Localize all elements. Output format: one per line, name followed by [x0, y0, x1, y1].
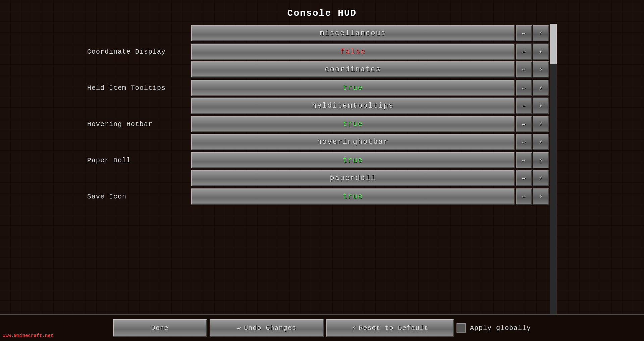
- setting-key-3[interactable]: hoveringhotbar: [191, 134, 515, 150]
- reset-icon-btn-val-3[interactable]: ⚡: [533, 116, 549, 132]
- setting-value-4[interactable]: true: [191, 152, 515, 168]
- watermark: www.9minecraft.net: [3, 333, 53, 338]
- undo-icon-btn-val-2[interactable]: ↩: [516, 80, 532, 96]
- undo-icon-btn-val-5[interactable]: ↩: [516, 188, 532, 205]
- undo-icon: ↩: [237, 324, 241, 332]
- setting-row-1: Coordinate Displayfalse ↩ ⚡: [87, 42, 549, 61]
- reset-icon: ⚡: [352, 324, 356, 332]
- setting-label-5: Save Icon: [87, 193, 191, 201]
- undo-icon-btn-val-1[interactable]: ↩: [516, 44, 532, 60]
- setting-label-1: Coordinate Display: [87, 48, 191, 56]
- undo-icon-btn-val-4[interactable]: ↩: [516, 152, 532, 168]
- reset-icon-btn-val-4[interactable]: ⚡: [533, 152, 549, 168]
- undo-button[interactable]: ↩ Undo Changes: [210, 319, 324, 337]
- undo-icon-btn-key-3[interactable]: ↩: [516, 134, 532, 150]
- setting-label-4: Paper Doll: [87, 157, 191, 164]
- reset-icon-btn-val-2[interactable]: ⚡: [533, 80, 549, 96]
- setting-row-4: Paper Dolltrue ↩ ⚡: [87, 151, 549, 170]
- undo-label: Undo Changes: [244, 324, 296, 332]
- setting-row-5: Save Icontrue ↩ ⚡: [87, 187, 549, 206]
- setting-label-2: Held Item Tooltips: [87, 84, 191, 92]
- setting-row-2: Held Item Tooltipstrue ↩ ⚡: [87, 78, 549, 98]
- apply-globally-checkbox[interactable]: [457, 323, 466, 333]
- setting-key-4[interactable]: paperdoll: [191, 170, 515, 186]
- setting-value-5[interactable]: true: [191, 188, 515, 205]
- reset-icon-btn-key-4[interactable]: ⚡: [533, 170, 549, 186]
- undo-icon-btn-0[interactable]: ↩: [516, 25, 532, 41]
- reset-icon-btn-key-3[interactable]: ⚡: [533, 134, 549, 150]
- undo-icon-btn-key-1[interactable]: ↩: [516, 61, 532, 77]
- reset-icon-btn-key-1[interactable]: ⚡: [533, 61, 549, 77]
- apply-globally-label: Apply globally: [470, 324, 531, 332]
- section-header-0[interactable]: miscellaneous: [191, 25, 515, 41]
- reset-label: Reset to Default: [359, 324, 428, 332]
- scrollbar-thumb[interactable]: [550, 24, 557, 64]
- setting-key-1[interactable]: coordinates: [191, 61, 515, 77]
- bottom-bar: Done ↩ Undo Changes ⚡ Reset to Default A…: [0, 314, 644, 341]
- undo-icon-btn-key-2[interactable]: ↩: [516, 98, 532, 114]
- scrollbar[interactable]: [550, 24, 557, 314]
- apply-globally-row: Apply globally: [457, 323, 531, 333]
- reset-button[interactable]: ⚡ Reset to Default: [326, 319, 454, 337]
- setting-label-3: Hovering Hotbar: [87, 120, 191, 128]
- undo-icon-btn-key-4[interactable]: ↩: [516, 170, 532, 186]
- reset-icon-btn-val-1[interactable]: ⚡: [533, 44, 549, 60]
- reset-icon-btn-val-5[interactable]: ⚡: [533, 188, 549, 205]
- page-title: Console HUD: [0, 0, 644, 24]
- setting-key-2[interactable]: helditemtooltips: [191, 98, 515, 114]
- done-button[interactable]: Done: [113, 319, 207, 337]
- setting-value-1[interactable]: false: [191, 44, 515, 60]
- reset-icon-btn-0[interactable]: ⚡: [533, 25, 549, 41]
- setting-value-3[interactable]: true: [191, 116, 515, 132]
- undo-icon-btn-val-3[interactable]: ↩: [516, 116, 532, 132]
- setting-row-3: Hovering Hotbartrue ↩ ⚡: [87, 114, 549, 134]
- setting-value-2[interactable]: true: [191, 80, 515, 96]
- reset-icon-btn-key-2[interactable]: ⚡: [533, 98, 549, 114]
